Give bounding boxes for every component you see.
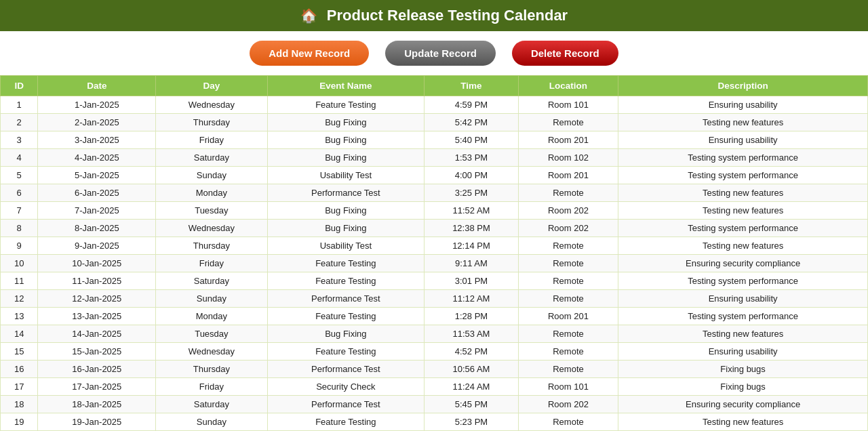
records-table: IDDateDayEvent NameTimeLocationDescripti… [0, 75, 868, 431]
cell-date: 9-Jan-2025 [38, 237, 156, 255]
table-row[interactable]: 1515-Jan-2025WednesdayFeature Testing4:5… [1, 343, 868, 361]
cell-description: Testing system performance [618, 220, 868, 237]
delete-record-button[interactable]: Delete Record [512, 41, 618, 66]
cell-location: Room 202 [518, 396, 618, 413]
cell-day: Sunday [156, 167, 267, 184]
column-header-event-name: Event Name [267, 76, 425, 96]
table-row[interactable]: 1818-Jan-2025SaturdayPerformance Test5:4… [1, 396, 868, 413]
cell-day: Tuesday [156, 202, 267, 220]
cell-day: Wednesday [156, 343, 267, 361]
table-row[interactable]: 55-Jan-2025SundayUsability Test4:00 PMRo… [1, 167, 868, 184]
cell-id: 12 [1, 290, 38, 308]
cell-date: 17-Jan-2025 [38, 378, 156, 396]
cell-date: 19-Jan-2025 [38, 413, 156, 431]
cell-time: 3:25 PM [425, 184, 519, 202]
cell-description: Testing system performance [618, 308, 868, 325]
cell-location: Room 102 [518, 149, 618, 167]
column-header-location: Location [518, 76, 618, 96]
table-row[interactable]: 77-Jan-2025TuesdayBug Fixing11:52 AMRoom… [1, 202, 868, 220]
cell-event-name: Performance Test [267, 290, 425, 308]
cell-event-name: Bug Fixing [267, 131, 425, 149]
table-row[interactable]: 11-Jan-2025WednesdayFeature Testing4:59 … [1, 96, 868, 114]
cell-id: 14 [1, 325, 38, 343]
cell-time: 11:24 AM [425, 378, 519, 396]
table-row[interactable]: 1717-Jan-2025FridaySecurity Check11:24 A… [1, 378, 868, 396]
table-row[interactable]: 1919-Jan-2025SundayFeature Testing5:23 P… [1, 413, 868, 431]
cell-location: Remote [518, 272, 618, 290]
cell-time: 1:28 PM [425, 308, 519, 325]
table-row[interactable]: 66-Jan-2025MondayPerformance Test3:25 PM… [1, 184, 868, 202]
update-record-button[interactable]: Update Record [385, 41, 496, 66]
cell-time: 4:59 PM [425, 96, 519, 114]
table-row[interactable]: 1111-Jan-2025SaturdayFeature Testing3:01… [1, 272, 868, 290]
cell-id: 8 [1, 220, 38, 237]
table-row[interactable]: 1313-Jan-2025MondayFeature Testing1:28 P… [1, 308, 868, 325]
cell-description: Ensuring security compliance [618, 396, 868, 413]
cell-day: Friday [156, 131, 267, 149]
column-header-description: Description [618, 76, 868, 96]
cell-id: 4 [1, 149, 38, 167]
cell-description: Ensuring security compliance [618, 255, 868, 272]
table-row[interactable]: 99-Jan-2025ThursdayUsability Test12:14 P… [1, 237, 868, 255]
table-row[interactable]: 88-Jan-2025WednesdayBug Fixing12:38 PMRo… [1, 220, 868, 237]
cell-event-name: Bug Fixing [267, 220, 425, 237]
cell-event-name: Feature Testing [267, 308, 425, 325]
toolbar: Add New Record Update Record Delete Reco… [0, 31, 868, 75]
cell-time: 12:38 PM [425, 220, 519, 237]
cell-time: 4:52 PM [425, 343, 519, 361]
cell-time: 3:01 PM [425, 272, 519, 290]
cell-description: Testing new features [618, 325, 868, 343]
cell-description: Ensuring usability [618, 96, 868, 114]
cell-time: 11:12 AM [425, 290, 519, 308]
cell-description: Testing new features [618, 202, 868, 220]
table-row[interactable]: 22-Jan-2025ThursdayBug Fixing5:42 PMRemo… [1, 114, 868, 131]
cell-location: Remote [518, 184, 618, 202]
cell-time: 5:42 PM [425, 114, 519, 131]
cell-time: 4:00 PM [425, 167, 519, 184]
cell-date: 4-Jan-2025 [38, 149, 156, 167]
add-record-button[interactable]: Add New Record [250, 41, 369, 66]
cell-day: Wednesday [156, 220, 267, 237]
cell-id: 5 [1, 167, 38, 184]
table-row[interactable]: 1212-Jan-2025SundayPerformance Test11:12… [1, 290, 868, 308]
home-icon[interactable]: 🏠 [300, 7, 317, 24]
cell-date: 3-Jan-2025 [38, 131, 156, 149]
table-row[interactable]: 44-Jan-2025SaturdayBug Fixing1:53 PMRoom… [1, 149, 868, 167]
cell-id: 18 [1, 396, 38, 413]
cell-description: Testing new features [618, 413, 868, 431]
cell-id: 11 [1, 272, 38, 290]
cell-time: 11:52 AM [425, 202, 519, 220]
table-header: IDDateDayEvent NameTimeLocationDescripti… [1, 76, 868, 96]
cell-description: Ensuring usability [618, 343, 868, 361]
cell-event-name: Feature Testing [267, 272, 425, 290]
cell-date: 12-Jan-2025 [38, 290, 156, 308]
cell-event-name: Bug Fixing [267, 149, 425, 167]
table-row[interactable]: 1010-Jan-2025FridayFeature Testing9:11 A… [1, 255, 868, 272]
cell-event-name: Bug Fixing [267, 325, 425, 343]
cell-event-name: Performance Test [267, 396, 425, 413]
cell-time: 9:11 AM [425, 255, 519, 272]
cell-date: 2-Jan-2025 [38, 114, 156, 131]
cell-date: 8-Jan-2025 [38, 220, 156, 237]
cell-id: 1 [1, 96, 38, 114]
table-row[interactable]: 1616-Jan-2025ThursdayPerformance Test10:… [1, 361, 868, 378]
table-row[interactable]: 33-Jan-2025FridayBug Fixing5:40 PMRoom 2… [1, 131, 868, 149]
cell-location: Room 201 [518, 167, 618, 184]
cell-event-name: Bug Fixing [267, 202, 425, 220]
cell-time: 12:14 PM [425, 237, 519, 255]
cell-event-name: Bug Fixing [267, 114, 425, 131]
cell-day: Thursday [156, 114, 267, 131]
cell-location: Room 101 [518, 96, 618, 114]
cell-location: Room 202 [518, 202, 618, 220]
cell-day: Wednesday [156, 96, 267, 114]
cell-date: 6-Jan-2025 [38, 184, 156, 202]
cell-location: Remote [518, 361, 618, 378]
cell-time: 11:53 AM [425, 325, 519, 343]
table-row[interactable]: 1414-Jan-2025TuesdayBug Fixing11:53 AMRe… [1, 325, 868, 343]
cell-location: Remote [518, 114, 618, 131]
cell-location: Remote [518, 413, 618, 431]
cell-location: Room 101 [518, 378, 618, 396]
cell-description: Testing new features [618, 114, 868, 131]
column-header-time: Time [425, 76, 519, 96]
cell-id: 3 [1, 131, 38, 149]
